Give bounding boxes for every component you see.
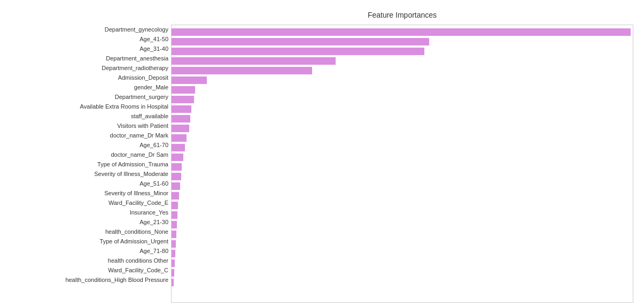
- bar: [172, 144, 185, 151]
- bar: [172, 67, 312, 74]
- y-axis-label: Available Extra Rooms in Hospital: [80, 102, 168, 111]
- bar: [172, 192, 179, 200]
- bar: [172, 154, 183, 161]
- bar: [172, 48, 424, 55]
- bar: [172, 134, 187, 142]
- chart-title: Feature Importances: [5, 11, 633, 19]
- bar: [172, 221, 177, 228]
- y-axis-label: Type of Admission_Trauma: [97, 159, 168, 169]
- y-axis-label: doctor_name_Dr Sam: [111, 150, 168, 159]
- y-axis-label: Severity of Illness_Moderate: [94, 169, 168, 179]
- bar: [172, 259, 175, 267]
- y-axis-label: Severity of Illness_Minor: [104, 188, 168, 198]
- bar-row: [172, 143, 631, 152]
- bar-row: [172, 47, 631, 56]
- bar: [172, 76, 207, 84]
- y-axis-label: Age_71-80: [139, 246, 168, 256]
- bar: [172, 279, 174, 286]
- bar-row: [172, 75, 631, 85]
- chart-area: Department_gynecologyAge_41-50Age_31-40D…: [5, 25, 633, 303]
- y-axis-label: Age_51-60: [139, 179, 168, 188]
- bar-row: [172, 230, 631, 239]
- bar: [172, 125, 189, 132]
- y-axis-label: Ward_Facility_Code_C: [108, 265, 168, 275]
- bar-row: [172, 104, 631, 114]
- bar: [172, 269, 174, 277]
- bar: [172, 211, 177, 219]
- bar: [172, 163, 182, 171]
- bar: [172, 38, 429, 45]
- y-axis-label: Visitors with Patient: [117, 121, 168, 131]
- bar-row: [172, 191, 631, 201]
- bar: [172, 115, 190, 123]
- bar-row: [172, 268, 631, 278]
- bar-row: [172, 201, 631, 210]
- bar-row: [172, 278, 631, 287]
- y-axis-label: Insurance_Yes: [130, 208, 168, 217]
- y-axis-label: gender_Male: [134, 82, 168, 92]
- bar-row: [172, 85, 631, 95]
- y-axis-label: Ward_Facility_Code_E: [108, 198, 168, 208]
- y-axis-label: Department_radiotherapy: [102, 63, 168, 73]
- bar: [172, 96, 194, 103]
- bar: [172, 240, 176, 248]
- bar-row: [172, 27, 631, 37]
- y-axis-label: Admission_Deposit: [118, 73, 168, 82]
- y-axis-label: Type of Admission_Urgent: [100, 236, 168, 246]
- bar: [172, 202, 178, 209]
- bar: [172, 173, 181, 180]
- bar: [172, 57, 336, 65]
- bar-row: [172, 172, 631, 181]
- bar-row: [172, 66, 631, 75]
- bar-row: [172, 124, 631, 133]
- y-axis-label: Department_anesthesia: [106, 53, 168, 63]
- y-axis-label: Department_surgery: [115, 92, 168, 102]
- bar-row: [172, 95, 631, 104]
- bar-row: [172, 210, 631, 220]
- bar: [172, 105, 191, 113]
- y-axis-label: doctor_name_Dr Mark: [110, 131, 168, 140]
- bar-row: [172, 56, 631, 66]
- bar-row: [172, 152, 631, 162]
- y-axis-label: Age_61-70: [139, 140, 168, 150]
- bar-row: [172, 239, 631, 249]
- bar-row: [172, 249, 631, 258]
- bar-row: [172, 133, 631, 143]
- bar: [172, 250, 175, 257]
- y-axis-label: Department_gynecology: [105, 25, 168, 34]
- bar: [172, 231, 176, 238]
- bar: [172, 28, 631, 36]
- y-axis-labels: Department_gynecologyAge_41-50Age_31-40D…: [5, 25, 171, 303]
- bar-row: [172, 114, 631, 124]
- bar-row: [172, 37, 631, 47]
- y-axis-label: health conditions Other: [108, 256, 168, 265]
- bars-area: [171, 25, 633, 303]
- bar-row: [172, 258, 631, 268]
- bar: [172, 182, 180, 190]
- y-axis-label: staff_available: [131, 111, 168, 121]
- y-axis-label: Age_21-30: [139, 217, 168, 227]
- y-axis-label: Age_41-50: [139, 34, 168, 44]
- bar-row: [172, 181, 631, 191]
- bar: [172, 86, 195, 94]
- bar-row: [172, 220, 631, 230]
- chart-container: Feature Importances Department_gynecolog…: [0, 0, 644, 306]
- y-axis-label: health_conditions_None: [105, 227, 168, 236]
- bar-row: [172, 162, 631, 172]
- y-axis-label: Age_31-40: [139, 44, 168, 53]
- y-axis-label: health_conditions_High Blood Pressure: [65, 275, 168, 285]
